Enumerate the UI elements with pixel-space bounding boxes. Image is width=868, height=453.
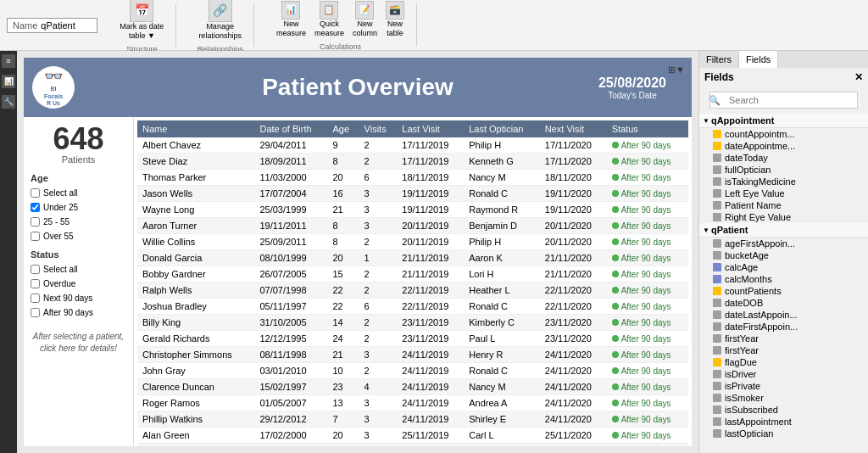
table-cell: Alan Green bbox=[137, 428, 254, 444]
status-filter-after-90[interactable]: After 90 days bbox=[31, 308, 126, 317]
calendar-icon: 📅 bbox=[130, 0, 153, 22]
fields-close-icon[interactable]: ✕ bbox=[854, 71, 863, 83]
tab-filters[interactable]: Filters bbox=[699, 51, 739, 68]
table-cell: 3 bbox=[359, 202, 398, 218]
table-cell: 24/11/2019 bbox=[397, 395, 464, 411]
table-row[interactable]: Ralph Oliver02/05/199624325/11/2019Ronal… bbox=[137, 444, 688, 447]
field-item[interactable]: ageFirstAppoin... bbox=[699, 238, 868, 249]
field-item[interactable]: isSubscribed bbox=[699, 404, 868, 416]
field-group-header[interactable]: ▼ qPatient bbox=[699, 223, 868, 238]
age-filter-select-all[interactable]: Select all bbox=[31, 188, 126, 198]
field-item[interactable]: countPatients bbox=[699, 285, 868, 297]
table-row[interactable]: Gerald Richards12/12/199524223/11/2019Pa… bbox=[137, 331, 688, 347]
table-row[interactable]: Billy King31/10/200514223/11/2019Kimberl… bbox=[137, 315, 688, 331]
table-cell: 18/09/2011 bbox=[254, 154, 327, 170]
table-row[interactable]: Willie Collins25/09/20118220/11/2019Phil… bbox=[137, 234, 688, 250]
status-dot bbox=[612, 400, 619, 406]
field-item[interactable]: bucketAge bbox=[699, 249, 868, 261]
field-item[interactable]: dateFirstAppoin... bbox=[699, 321, 868, 333]
age-filter-under-25[interactable]: Under 25 bbox=[31, 203, 126, 212]
field-item[interactable]: isTakingMedicine bbox=[699, 176, 868, 187]
table-row[interactable]: Aaron Turner19/11/20118320/11/2019Benjam… bbox=[137, 218, 688, 234]
manage-relationships-button[interactable]: 🔗 Managerelationships bbox=[195, 0, 245, 42]
field-item[interactable]: lastAppointment bbox=[699, 416, 868, 428]
field-item[interactable]: dateAppointme... bbox=[699, 140, 868, 152]
field-item[interactable]: isSmoker bbox=[699, 392, 868, 404]
field-name: countAppointm... bbox=[725, 129, 795, 139]
table-row[interactable]: Bobby Gardner26/07/200515221/11/2019Lori… bbox=[137, 266, 688, 282]
tab-fields[interactable]: Fields bbox=[739, 51, 778, 68]
table-row[interactable]: Christopher Simmons08/11/199821324/11/20… bbox=[137, 347, 688, 363]
new-column-button[interactable]: 📝 Newcolumn bbox=[349, 0, 381, 39]
mark-as-date-button[interactable]: 📅 Mark as datetable ▼ bbox=[116, 0, 167, 42]
field-item[interactable]: fullOptician bbox=[699, 164, 868, 176]
table-cell: Jason Wells bbox=[137, 186, 254, 202]
sidebar-icon-2[interactable]: 📊 bbox=[2, 75, 15, 88]
field-item[interactable]: firstYear bbox=[699, 333, 868, 344]
table-row[interactable]: Albert Chavez29/04/20119217/11/2019Phili… bbox=[137, 137, 688, 154]
table-cell: Ronald C bbox=[464, 363, 540, 379]
table-cell: Christopher Simmons bbox=[137, 347, 254, 363]
field-item[interactable]: Right Eye Value bbox=[699, 211, 868, 223]
fields-search-input[interactable] bbox=[709, 92, 858, 109]
field-item[interactable]: dateLastAppoin... bbox=[699, 309, 868, 321]
table-row[interactable]: Phillip Watkins29/12/20127324/11/2019Shi… bbox=[137, 411, 688, 428]
sidebar-icon-1[interactable]: ≡ bbox=[2, 54, 15, 68]
sidebar-icon-3[interactable]: 🔧 bbox=[2, 95, 15, 109]
status-cell: After 90 days bbox=[607, 154, 688, 170]
table-cell: Andrea A bbox=[464, 395, 540, 411]
table-row[interactable]: Joshua Bradley05/11/199722622/11/2019Ron… bbox=[137, 299, 688, 315]
status-cell: After 90 days bbox=[607, 363, 688, 379]
field-icon-dim bbox=[713, 382, 721, 390]
field-item[interactable]: calcAge bbox=[699, 261, 868, 273]
table-cell: Heather L bbox=[464, 282, 540, 299]
table-cell: 13 bbox=[327, 395, 359, 411]
field-icon-dim bbox=[713, 346, 721, 355]
table-row[interactable]: Clarence Duncan15/02/199723424/11/2019Na… bbox=[137, 379, 688, 395]
table-area[interactable]: Name Date of Birth Age Visits Last Visit… bbox=[134, 117, 692, 446]
table-cell: Philip H bbox=[464, 234, 540, 250]
field-item[interactable]: calcMonths bbox=[699, 273, 868, 285]
field-item[interactable]: firstYear bbox=[699, 344, 868, 356]
field-name: fullOptician bbox=[725, 165, 771, 175]
table-cell: 23/11/2019 bbox=[397, 331, 464, 347]
status-dot bbox=[612, 335, 619, 342]
status-dot bbox=[612, 319, 619, 326]
table-cell: 2 bbox=[359, 266, 398, 282]
quick-measure-button[interactable]: 📋 Quickmeasure bbox=[311, 0, 348, 39]
age-filter-25-55[interactable]: 25 - 55 bbox=[31, 217, 126, 226]
table-row[interactable]: Alan Green17/02/200020325/11/2019Carl L2… bbox=[137, 428, 688, 444]
field-item[interactable]: dateToday bbox=[699, 152, 868, 164]
field-item[interactable]: lastOptician bbox=[699, 428, 868, 439]
search-icon: 🔍 bbox=[709, 95, 721, 106]
table-row[interactable]: Wayne Long25/03/199921319/11/2019Raymond… bbox=[137, 202, 688, 218]
table-row[interactable]: John Gray03/01/201010224/11/2019Ronald C… bbox=[137, 363, 688, 379]
age-filter-over-55[interactable]: Over 55 bbox=[31, 232, 126, 241]
field-item[interactable]: dateDOB bbox=[699, 297, 868, 309]
field-group-header[interactable]: ▼ qAppointment bbox=[699, 114, 868, 128]
name-field-input[interactable] bbox=[41, 20, 92, 31]
field-item[interactable]: Patient Name bbox=[699, 199, 868, 211]
field-item[interactable]: isDriver bbox=[699, 368, 868, 380]
field-item[interactable]: flagDue bbox=[699, 356, 868, 368]
field-item[interactable]: Left Eye Value bbox=[699, 187, 868, 199]
field-item[interactable]: countAppointm... bbox=[699, 128, 868, 140]
table-cell: 3 bbox=[359, 411, 398, 428]
new-measure-button[interactable]: 📊 Newmeasure bbox=[273, 0, 309, 39]
table-row[interactable]: Steve Diaz18/09/20118217/11/2019Kenneth … bbox=[137, 154, 688, 170]
table-row[interactable]: Jason Wells17/07/200416319/11/2019Ronald… bbox=[137, 186, 688, 202]
status-filter-select-all[interactable]: Select all bbox=[31, 265, 126, 274]
status-filter-next-90[interactable]: Next 90 days bbox=[31, 294, 126, 303]
status-text: After 90 days bbox=[621, 334, 671, 344]
field-icon-dim bbox=[713, 405, 721, 414]
table-row[interactable]: Roger Ramos01/05/200713324/11/2019Andrea… bbox=[137, 395, 688, 411]
field-group: ▼ qPatientageFirstAppoin...bucketAgecalc… bbox=[699, 223, 868, 439]
new-table-button[interactable]: 🗃️ Newtable bbox=[382, 0, 408, 39]
status-filter-overdue[interactable]: Overdue bbox=[31, 279, 126, 288]
filter-icon[interactable]: ⊞▼ bbox=[668, 64, 685, 76]
field-name: dateAppointme... bbox=[725, 141, 795, 151]
table-row[interactable]: Ralph Wells07/07/199822222/11/2019Heathe… bbox=[137, 282, 688, 299]
table-row[interactable]: Donald Garcia08/10/199920121/11/2019Aaro… bbox=[137, 250, 688, 266]
table-row[interactable]: Thomas Parker11/03/200020618/11/2019Nanc… bbox=[137, 170, 688, 186]
field-item[interactable]: isPrivate bbox=[699, 380, 868, 392]
